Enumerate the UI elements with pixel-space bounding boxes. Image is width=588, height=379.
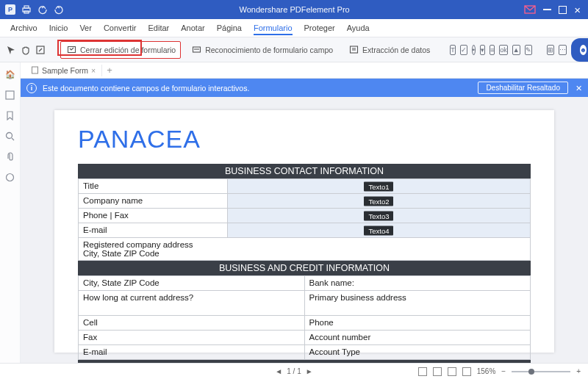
- checkbox-tool[interactable]: ✓: [460, 45, 467, 55]
- bookmark-icon[interactable]: [4, 109, 16, 121]
- minimize-button[interactable]: [543, 9, 551, 10]
- search-icon[interactable]: [4, 130, 16, 142]
- tab-sample-form[interactable]: Sample Form ×: [25, 65, 102, 76]
- form-info-bar: i Este documento contiene campos de form…: [21, 79, 588, 97]
- cell: E-mail: [79, 345, 305, 360]
- menu-archivo[interactable]: Archivo: [10, 24, 37, 32]
- zoom-in-button[interactable]: +: [576, 367, 581, 375]
- statusbar: ◄ 1 / 1 ► 156% − +: [0, 363, 588, 379]
- next-page-button[interactable]: ►: [306, 367, 313, 375]
- table-row: CellPhone: [79, 316, 531, 331]
- document-tabs: Sample Form × +: [21, 62, 588, 79]
- menu-ayuda[interactable]: Ayuda: [347, 24, 370, 32]
- table-row: City, State ZIP CodeBank name:: [79, 276, 531, 291]
- info-icon: i: [26, 83, 37, 93]
- field-email[interactable]: Texto4: [227, 223, 530, 238]
- menu-inicio[interactable]: Inicio: [49, 24, 68, 32]
- thumbnails-icon[interactable]: [4, 89, 16, 101]
- recognize-label: Reconocimiento de formulario campo: [205, 46, 333, 54]
- cell: Primary business address: [304, 291, 531, 316]
- svg-rect-3: [24, 6, 29, 8]
- disable-highlight-button[interactable]: Deshabilitar Resaltado: [478, 82, 568, 94]
- ribbon: Cerrar edición de formulario Reconocimie…: [0, 37, 588, 62]
- redo-icon[interactable]: [53, 4, 65, 15]
- info-close-icon[interactable]: ✕: [576, 84, 582, 93]
- menu-editar[interactable]: Editar: [148, 24, 170, 32]
- close-window-button[interactable]: ×: [574, 6, 581, 14]
- button-field-tool[interactable]: ok: [499, 45, 508, 55]
- extract-data-button[interactable]: Extracción de datos: [343, 41, 435, 59]
- field-phonefax[interactable]: Texto3: [227, 209, 530, 223]
- image-field-tool[interactable]: ▲: [512, 45, 520, 55]
- table-row: FaxAccount number: [79, 331, 531, 345]
- hand-pan-icon[interactable]: [21, 44, 31, 56]
- zoom-value: 156%: [477, 367, 496, 375]
- menu-convertir[interactable]: Convertir: [104, 24, 137, 32]
- contact-table: TitleTexto1 Company nameTexto2 Phone | F…: [78, 178, 531, 261]
- home-icon[interactable]: 🏠: [4, 68, 16, 80]
- close-form-editing-label: Cerrar edición de formulario: [80, 46, 176, 54]
- view-twopage-icon[interactable]: [448, 367, 456, 376]
- comment-icon[interactable]: [4, 171, 16, 183]
- cursor-select-icon[interactable]: [6, 44, 16, 56]
- view-single-icon[interactable]: [418, 367, 427, 376]
- cell: Phone: [304, 316, 531, 331]
- svg-rect-13: [32, 67, 38, 73]
- cell: Account number: [304, 331, 531, 345]
- listbox-tool[interactable]: ≡: [490, 45, 495, 55]
- cell: Cell: [79, 316, 305, 331]
- doc-tab-icon: [31, 66, 39, 74]
- field-title[interactable]: Texto1: [227, 179, 530, 194]
- table-row: Phone | FaxTexto3: [79, 209, 531, 223]
- attachment-icon[interactable]: [4, 151, 16, 162]
- properties-tool[interactable]: ⋯: [559, 45, 567, 55]
- extract-label: Extracción de datos: [362, 46, 430, 54]
- align-tool[interactable]: ⊞: [547, 45, 554, 55]
- view-continuous-icon[interactable]: [433, 367, 442, 376]
- label-title: Title: [79, 179, 228, 194]
- view-other-icon[interactable]: [462, 367, 471, 376]
- zoom-slider[interactable]: [512, 371, 570, 372]
- table-row: How long at current address?Primary busi…: [79, 291, 531, 316]
- table-row: Registered company addressCity, State ZI…: [79, 238, 531, 261]
- brand-heading: PANACEA: [78, 125, 531, 154]
- titlebar: P Wondershare PDFelement Pro ×: [0, 0, 588, 19]
- user-account-pill[interactable]: ☻ Felipe Araujo: [571, 38, 588, 62]
- text-field-tool[interactable]: T: [450, 45, 456, 55]
- menubar: Archivo Inicio Ver Convertir Editar Anot…: [0, 19, 588, 37]
- close-form-editing-button[interactable]: Cerrar edición de formulario: [60, 41, 181, 59]
- cell: City, State ZIP Code: [79, 276, 305, 291]
- menu-formulario[interactable]: Formulario: [254, 24, 293, 35]
- field-tag: Texto2: [364, 196, 393, 206]
- document-viewport[interactable]: PANACEA BUSINESS CONTACT INFORMATION Tit…: [21, 97, 588, 363]
- svg-point-11: [7, 132, 12, 138]
- combobox-tool[interactable]: ▾: [480, 45, 485, 55]
- avatar-icon: ☻: [580, 45, 587, 55]
- menu-pagina[interactable]: Página: [217, 24, 242, 32]
- recognize-form-fields-button[interactable]: Reconocimiento de formulario campo: [185, 41, 338, 59]
- tab-close-icon[interactable]: ×: [91, 66, 96, 75]
- table-row: E-mailTexto4: [79, 223, 531, 238]
- maximize-button[interactable]: [559, 6, 567, 14]
- section-contact: BUSINESS CONTACT INFORMATION: [78, 164, 531, 178]
- menu-ver[interactable]: Ver: [79, 24, 92, 32]
- mail-icon[interactable]: [524, 5, 536, 14]
- signature-field-tool[interactable]: ✎: [525, 45, 532, 55]
- menu-anotar[interactable]: Anotar: [181, 24, 204, 32]
- menu-proteger[interactable]: Proteger: [304, 24, 335, 32]
- label-company: Company name: [79, 194, 228, 209]
- section-credit: BUSINESS AND CREDIT INFORMATION: [78, 261, 531, 275]
- field-company[interactable]: Texto2: [227, 194, 530, 209]
- edit-tool-icon[interactable]: [35, 44, 46, 56]
- radio-tool[interactable]: •: [472, 45, 476, 55]
- undo-icon[interactable]: [37, 4, 49, 15]
- svg-text:P: P: [8, 6, 12, 13]
- add-tab-button[interactable]: +: [107, 65, 112, 76]
- table-row: E-mailAccount Type: [79, 345, 531, 360]
- print-icon[interactable]: [21, 4, 32, 15]
- field-tag: Texto1: [364, 181, 393, 191]
- label-phonefax: Phone | Fax: [79, 209, 228, 223]
- prev-page-button[interactable]: ◄: [275, 367, 282, 375]
- zoom-out-button[interactable]: −: [501, 367, 506, 375]
- label-email: E-mail: [79, 223, 228, 238]
